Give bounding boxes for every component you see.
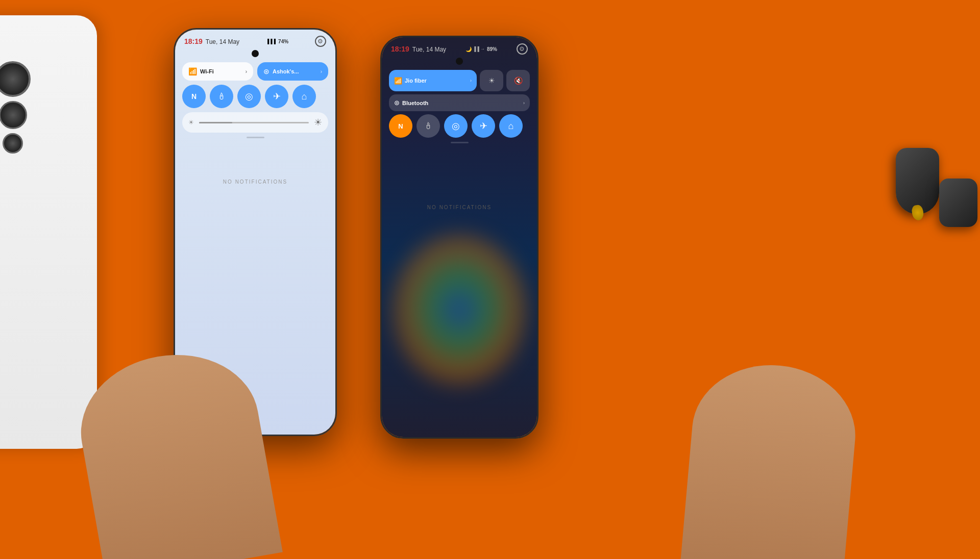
left-date: Tue, 14 May [206, 38, 239, 45]
location-icon: ◎ [245, 91, 253, 102]
wifi-right-chevron-icon: › [470, 78, 472, 83]
right-status-icons: 🌙 ▐▐ → 89% [465, 46, 497, 52]
right-brightness-btn[interactable]: ☀ [480, 70, 503, 91]
brightness-slider[interactable] [199, 122, 309, 123]
bluetooth-icon: ⊛ [263, 67, 270, 75]
right-quick-settings: 📶 Jio fiber › ☀ 🔇 [382, 68, 537, 212]
earbud-main [896, 148, 939, 214]
battery-right-pct: 89% [487, 46, 497, 52]
left-settings-button[interactable]: ⚙ [315, 36, 326, 47]
left-bluetooth-button[interactable]: ⊛ Ashok's... › [257, 62, 328, 81]
right-wifi-label: Jio fiber [405, 78, 427, 84]
right-icon-nfc[interactable]: N [389, 114, 412, 138]
wifi-right-icon: 📶 [394, 77, 402, 85]
wifi-icon: 📶 [188, 67, 197, 75]
left-icon-airplane[interactable]: ✈ [265, 85, 288, 108]
main-container: 18:19 Tue, 14 May ▐▐▐ 74% ⚙ [0, 0, 980, 559]
camera-lens-wide [0, 101, 27, 129]
airplane-icon: ✈ [273, 91, 281, 102]
left-wifi-button[interactable]: 📶 Wi-Fi › [182, 62, 253, 81]
home-icon: ⌂ [302, 91, 307, 102]
left-status-icons: ▐▐▐ 74% [266, 39, 288, 44]
camera-lens-main [0, 61, 31, 97]
battery-pct: 74% [278, 39, 288, 44]
right-no-notifications: NO NOTIFICATIONS [389, 205, 530, 210]
left-wifi-label: Wi-Fi [200, 68, 214, 74]
wifi-chevron-icon: › [246, 69, 247, 74]
bt-chevron-icon: › [321, 69, 322, 74]
camera-lens-tele [3, 133, 23, 154]
mute-icon: 🔇 [514, 77, 523, 85]
left-no-notifications: NO NOTIFICATIONS [182, 179, 328, 185]
right-icon-torch[interactable]: 🕯 [416, 114, 440, 138]
airplane-right-icon: ✈ [480, 120, 487, 132]
right-mute-btn[interactable]: 🔇 [506, 70, 530, 91]
right-phone-body: 18:19 Tue, 14 May 🌙 ▐▐ → 89% ⚙ [380, 36, 538, 439]
camera-module [0, 61, 31, 154]
left-time-date: 18:19 Tue, 14 May [184, 37, 239, 45]
left-time: 18:19 [184, 37, 203, 45]
home-right-icon: ⌂ [508, 121, 514, 132]
right-qs-row1: 📶 Jio fiber › ☀ 🔇 [389, 70, 530, 91]
left-status-bar: 18:19 Tue, 14 May ▐▐▐ 74% ⚙ [175, 30, 335, 50]
right-wifi-button[interactable]: 📶 Jio fiber › [389, 70, 477, 91]
left-icon-location[interactable]: ◎ [237, 85, 261, 108]
left-bluetooth-label: Ashok's... [273, 68, 299, 74]
sun-icon: ☀ [488, 77, 495, 85]
left-quick-settings: 📶 Wi-Fi › ⊛ Ashok's... › N [175, 60, 335, 187]
signal-right-icon: ▐▐ [473, 46, 479, 52]
arrow-icon: → [480, 46, 485, 52]
left-scroll-indicator [247, 137, 264, 138]
bt-right-chevron-icon: › [523, 100, 525, 106]
left-icon-nfc[interactable]: N [182, 85, 206, 108]
right-time-date: 18:19 Tue, 14 May [391, 45, 446, 53]
left-camera-notch [252, 50, 259, 57]
left-brightness-row: ☀ ☀ [182, 112, 328, 133]
right-bluetooth-label: Bluetooth [402, 100, 428, 106]
earbud-case [939, 179, 977, 227]
right-icon-location[interactable]: ◎ [444, 114, 468, 138]
torch-icon: 🕯 [217, 91, 226, 102]
brightness-low-icon: ☀ [188, 119, 194, 126]
right-icon-grid: N 🕯 ◎ ✈ ⌂ [389, 114, 530, 138]
moon-icon: 🌙 [465, 46, 472, 52]
white-phone-partial [0, 15, 97, 449]
left-qs-top-row: 📶 Wi-Fi › ⊛ Ashok's... › [182, 62, 328, 81]
glow-background [392, 233, 527, 386]
bluetooth-right-icon: ⊛ [394, 99, 400, 107]
signal-icon: ▐▐▐ [266, 39, 276, 44]
brightness-high-icon: ☀ [314, 117, 322, 128]
right-scroll-indicator [451, 142, 469, 143]
right-date: Tue, 14 May [412, 46, 446, 53]
right-bluetooth-button[interactable]: ⊛ Bluetooth › [389, 94, 530, 111]
location-right-icon: ◎ [452, 120, 460, 132]
right-icon-airplane[interactable]: ✈ [472, 114, 495, 138]
right-camera-notch [456, 58, 463, 65]
right-status-bar: 18:19 Tue, 14 May 🌙 ▐▐ → 89% ⚙ [382, 37, 537, 58]
right-settings-button[interactable]: ⚙ [517, 43, 528, 55]
right-phone-screen: 18:19 Tue, 14 May 🌙 ▐▐ → 89% ⚙ [382, 37, 537, 437]
right-phone: 18:19 Tue, 14 May 🌙 ▐▐ → 89% ⚙ [380, 36, 538, 439]
right-icon-home[interactable]: ⌂ [499, 114, 523, 138]
torch-right-icon: 🕯 [424, 121, 433, 132]
left-icon-grid: N 🕯 ◎ ✈ ⌂ [182, 85, 328, 108]
nfc-icon: N [191, 92, 197, 100]
right-time: 18:19 [391, 45, 409, 53]
right-qs-row2: ⊛ Bluetooth › [389, 94, 530, 111]
left-icon-home[interactable]: ⌂ [292, 85, 316, 108]
nfc-right-icon: N [398, 122, 403, 130]
left-icon-torch[interactable]: 🕯 [210, 85, 233, 108]
